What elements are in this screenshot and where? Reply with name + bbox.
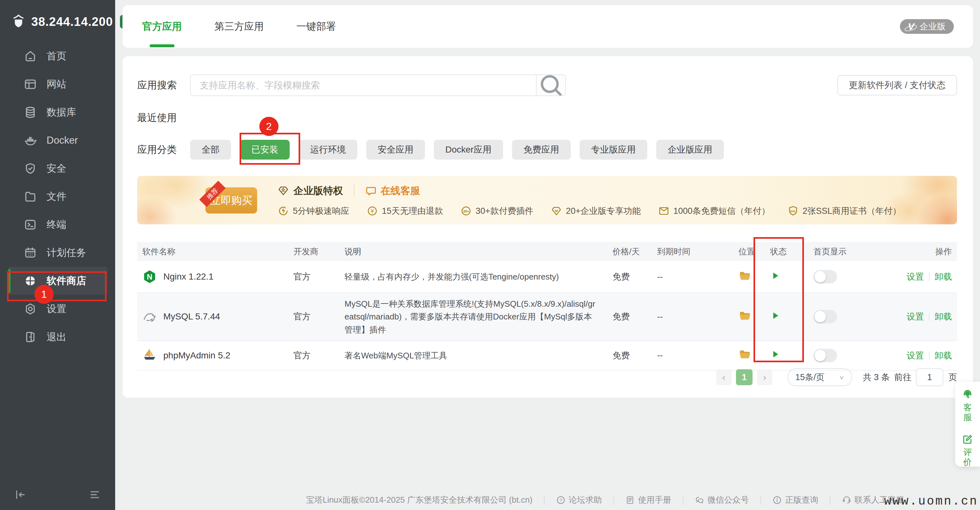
sidebar-item-settings[interactable]: 设置 [8, 295, 108, 323]
uninstall-link[interactable]: 卸载 [935, 350, 952, 361]
pagination: ‹ 1 › 15条/页 ∨ 共 3 条 前往 页 [716, 368, 957, 386]
update-software-list-button[interactable]: 更新软件列表 / 支付状态 [837, 75, 957, 96]
tab-第三方应用[interactable]: 第三方应用 [215, 5, 264, 48]
goto-page-input[interactable] [916, 368, 943, 386]
search-row: 应用搜索 更新软件列表 / 支付状态 [137, 74, 957, 96]
bt-panel-page: 38.244.14.200 0 首页 网站 数据库 Docker 安全 文件 终… [0, 0, 980, 510]
category-chips: 全部已安装运行环境安全应用Docker应用免费应用专业版应用企业版应用 [190, 140, 724, 159]
buy-now-button[interactable]: 立即购买 推荐 [205, 187, 257, 214]
enterprise-button[interactable]: V 企业版 [900, 19, 954, 34]
home-display-toggle[interactable] [813, 349, 837, 362]
header-status: 状态 [769, 246, 813, 257]
software-name: phpMyAdmin 5.2 [163, 351, 230, 361]
sidebar-nav: 首页 网站 数据库 Docker 安全 文件 终端 计划任务 软件商店 设置 [0, 42, 115, 351]
enterprise-banner: 立即购买 推荐 企 企业版特权 [137, 176, 957, 224]
server-info[interactable]: 38.244.14.200 0 [0, 0, 115, 30]
category-chip-Docker应用[interactable]: Docker应用 [434, 140, 503, 159]
menu-list-icon[interactable] [88, 488, 101, 502]
enterprise-features: 5分钟极速响应 ¥ 15天无理由退款 30+ 30+款付费插件 20+企业版专享… [278, 205, 901, 217]
sidebar-item-database[interactable]: 数据库 [8, 98, 108, 126]
sidebar-item-logout[interactable]: 退出 [8, 323, 108, 351]
recent-used-title: 最近使用 [137, 111, 177, 124]
tab-bar: 官方应用第三方应用一键部署 V 企业版 [123, 5, 973, 48]
sidebar-item-website[interactable]: 网站 [8, 70, 108, 98]
folder-icon[interactable] [738, 270, 751, 284]
table-header: 软件名称 开发商 说明 价格/天 到期时间 位置 状态 首页显示 操作 [137, 242, 957, 261]
sidebar-item-files[interactable]: 文件 [8, 183, 108, 210]
svg-text:?: ? [560, 498, 562, 503]
svg-text:N: N [147, 273, 152, 281]
status-running-icon[interactable] [770, 271, 780, 283]
customer-service-button[interactable]: 客服 [962, 389, 973, 422]
sidebar-item-terminal[interactable]: 终端 [8, 210, 108, 239]
sidebar-item-docker[interactable]: Docker [8, 126, 108, 155]
price-cell: 免费 [612, 311, 657, 322]
category-chip-全部[interactable]: 全部 [190, 140, 231, 159]
service-icon [842, 495, 851, 505]
header-price: 价格/天 [612, 246, 657, 257]
category-label: 应用分类 [137, 143, 183, 156]
category-chip-企业版应用[interactable]: 企业版应用 [656, 140, 724, 159]
bolt-icon [278, 205, 289, 217]
goto-suffix: 页 [948, 371, 957, 383]
search-button[interactable] [536, 75, 565, 96]
footer-link-正版查询[interactable]: 正版查询 [772, 494, 818, 505]
vipfunc-icon [550, 205, 562, 217]
uninstall-link[interactable]: 卸载 [935, 311, 952, 322]
security-icon [24, 162, 37, 175]
folder-icon[interactable] [738, 349, 751, 362]
current-page-button[interactable]: 1 [736, 369, 752, 385]
search-label: 应用搜索 [137, 78, 183, 92]
category-chip-专业版应用[interactable]: 专业版应用 [580, 140, 647, 159]
header-name: 软件名称 [137, 246, 293, 257]
sidebar-item-security[interactable]: 安全 [8, 155, 108, 183]
plugin30-icon: 30+ [460, 205, 472, 217]
svg-text:30+: 30+ [463, 209, 469, 213]
header-description: 说明 [345, 245, 612, 258]
category-chip-运行环境[interactable]: 运行环境 [299, 140, 357, 159]
collapse-sidebar-icon[interactable] [14, 488, 27, 502]
settings-link[interactable]: 设置 [907, 311, 924, 322]
table-row: MySQL 5.7.44 官方 MySQL是一种关系数据库管理系统!(支持MyS… [137, 293, 957, 341]
diamond-enterprise-icon: 企 [278, 185, 289, 197]
sidebar-item-appstore[interactable]: 软件商店 [8, 267, 108, 295]
table-row: N Nginx 1.22.1 官方 轻量级，占有内存少，并发能力强(可选Teng… [137, 261, 957, 293]
sidebar-item-home[interactable]: 首页 [8, 42, 108, 70]
software-store-panel: 应用搜索 更新软件列表 / 支付状态 最近使用 应用分类 全部已安装运行环境安全… [123, 56, 973, 398]
uninstall-link[interactable]: 卸载 [935, 271, 952, 282]
prev-page-button[interactable]: ‹ [716, 369, 732, 385]
refund-icon: ¥ [366, 205, 378, 217]
page-size-select[interactable]: 15条/页 ∨ [788, 368, 852, 386]
home-display-toggle[interactable] [813, 310, 837, 323]
feedback-button[interactable]: 评价 [962, 434, 973, 467]
settings-link[interactable]: 设置 [907, 271, 924, 282]
book-icon [625, 495, 635, 505]
terminal-icon [24, 218, 37, 231]
category-chip-已安装[interactable]: 已安装 [240, 140, 290, 159]
tab-官方应用[interactable]: 官方应用 [142, 5, 182, 48]
main-area: 官方应用第三方应用一键部署 V 企业版 应用搜索 更新软件列表 / 支付 [115, 0, 980, 510]
next-page-button[interactable]: › [757, 369, 772, 385]
category-chip-免费应用[interactable]: 免费应用 [512, 140, 571, 159]
server-ip: 38.244.14.200 [31, 15, 113, 29]
search-input[interactable] [191, 75, 536, 96]
ssl-icon: SSL [788, 205, 799, 217]
phpmyadmin-icon [142, 348, 157, 363]
header-action: 操作 [877, 246, 957, 257]
status-running-icon[interactable] [770, 349, 780, 362]
footer-link-使用手册[interactable]: 使用手册 [625, 494, 671, 505]
footer-link-微信公众号[interactable]: 微信公众号 [695, 494, 749, 505]
home-display-toggle[interactable] [813, 270, 837, 284]
footer-link-论坛求助[interactable]: ? 论坛求助 [556, 494, 602, 505]
sidebar-item-cron[interactable]: 计划任务 [8, 239, 108, 267]
description-cell: 著名Web端MySQL管理工具 [345, 349, 612, 362]
tab-一键部署[interactable]: 一键部署 [296, 5, 336, 48]
folder-icon[interactable] [738, 310, 751, 324]
settings-link[interactable]: 设置 [907, 350, 924, 361]
online-service-link[interactable]: 在线客服 [365, 184, 420, 198]
category-chip-安全应用[interactable]: 安全应用 [366, 140, 425, 159]
software-table: 软件名称 开发商 说明 价格/天 到期时间 位置 状态 首页显示 操作 N Ng… [137, 242, 957, 371]
info-icon [772, 495, 782, 505]
svg-text:¥: ¥ [371, 208, 374, 214]
status-running-icon[interactable] [770, 311, 780, 323]
